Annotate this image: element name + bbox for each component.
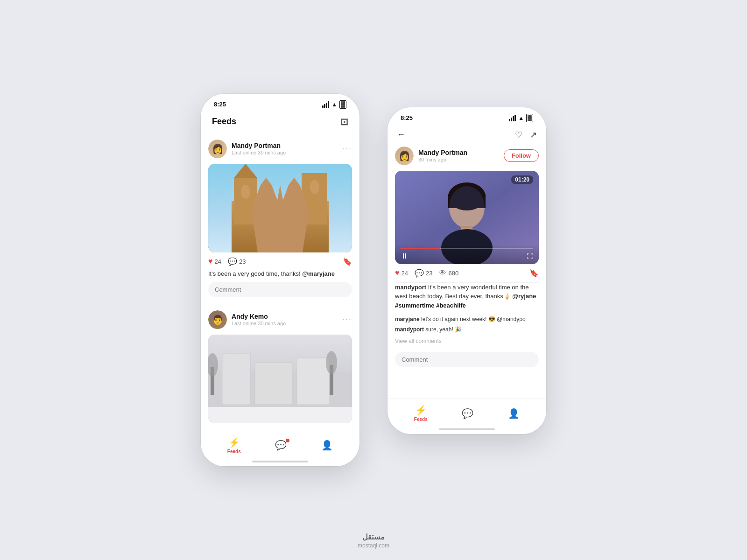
post-header-2: 👨 Andy Kemo Last online 30 mins ago ··· — [208, 305, 352, 335]
svg-rect-12 — [222, 353, 250, 405]
detail-username: Mandy Portman — [418, 149, 499, 156]
message-badge — [286, 439, 289, 442]
watermark: مستقل mostaql.com — [358, 532, 389, 549]
bottom-nav-detail: ⚡ Feeds 💬 👤 — [388, 399, 546, 426]
fullscreen-button[interactable]: ⛶ — [527, 252, 533, 260]
like-count-1: 24 — [215, 258, 221, 265]
pause-button[interactable]: ⏸ — [401, 252, 408, 260]
phone-feeds: 8:25 ▲ ▓ Feeds ⊡ — [201, 94, 359, 466]
comment-action-1[interactable]: 💬 23 — [228, 257, 246, 266]
wifi-icon: ▲ — [331, 101, 337, 108]
winter-svg — [208, 335, 352, 423]
post-caption-1: It's been a very good time, thanks! @mar… — [208, 269, 352, 282]
feeds-nav-label: Feeds — [227, 449, 241, 454]
heart-icon-1: ♥ — [208, 257, 213, 266]
nav-feeds[interactable]: ⚡ Feeds — [227, 437, 241, 454]
camera-icon[interactable]: ⊡ — [340, 116, 348, 127]
wifi-icon-detail: ▲ — [518, 115, 524, 121]
svg-point-6 — [260, 201, 278, 229]
avatar-woman-img: 👩 — [208, 140, 227, 158]
comment-action-detail[interactable]: 💬 23 — [415, 269, 432, 278]
post-username-1: Mandy Portman — [232, 142, 338, 149]
nav-messages[interactable]: 💬 — [275, 440, 287, 451]
comment-input-1[interactable] — [208, 282, 352, 297]
comment-1-text-content: let's do it again next week! 😎 @mandypo — [421, 316, 526, 322]
views-count: 680 — [448, 270, 458, 277]
scene: 8:25 ▲ ▓ Feeds ⊡ — [173, 66, 574, 494]
watermark-latin: mostaql.com — [358, 542, 389, 549]
nav-feeds-detail[interactable]: ⚡ Feeds — [414, 405, 428, 422]
caption-mention-1[interactable]: @maryjane — [302, 270, 335, 277]
heart-icon-detail: ♥ — [395, 269, 400, 277]
progress-bar[interactable] — [401, 248, 533, 249]
svg-rect-19 — [208, 407, 352, 423]
svg-point-18 — [326, 351, 337, 374]
feeds-title: Feeds — [212, 117, 236, 126]
post-username-2: Andy Kemo — [232, 313, 338, 320]
app-content-feeds: Feeds ⊡ 👩 Mandy Portman Last online 30 m… — [201, 112, 359, 431]
bookmark-icon-detail[interactable]: 🔖 — [529, 269, 539, 278]
comment-count-detail: 23 — [426, 270, 432, 277]
post-image-winter — [208, 335, 352, 423]
profile-nav-icon-detail: 👤 — [508, 408, 520, 419]
svg-rect-0 — [208, 164, 352, 252]
detail-header: ← ♡ ↗ — [388, 125, 546, 147]
phone-detail: 8:25 ▲ ▓ ← ♡ ↗ — [388, 107, 546, 434]
nav-messages-detail[interactable]: 💬 — [462, 408, 473, 419]
status-icons: ▲ ▓ — [322, 100, 346, 109]
share-header-icon[interactable]: ↗ — [530, 130, 537, 140]
comment-count-1: 23 — [239, 258, 246, 265]
feeds-header: Feeds ⊡ — [201, 112, 359, 134]
notch-detail — [446, 107, 488, 118]
status-icons-detail: ▲ ▓ — [509, 114, 533, 122]
app-content-detail: ← ♡ ↗ 👩 Mandy Portman 30 mins ago Follow — [388, 125, 546, 399]
cathedral-svg — [208, 164, 352, 252]
nav-profile[interactable]: 👤 — [321, 440, 333, 451]
back-button[interactable]: ← — [397, 130, 405, 140]
nav-profile-detail[interactable]: 👤 — [508, 408, 520, 419]
detail-time: 30 mins ago — [418, 157, 499, 162]
detail-comment-input[interactable] — [395, 352, 539, 367]
svg-rect-13 — [255, 363, 292, 405]
heart-header-icon[interactable]: ♡ — [515, 130, 522, 140]
comments-section: maryjane let's do it again next week! 😎 … — [388, 314, 546, 350]
post-image-cathedral — [208, 164, 352, 252]
views-action-detail: 👁 680 — [439, 269, 458, 277]
feeds-nav-label-detail: Feeds — [414, 417, 428, 422]
avatar-andy: 👨 — [208, 310, 227, 329]
post-more-1[interactable]: ··· — [342, 144, 352, 154]
video-player: 01:20 ⏸ ⛶ — [395, 171, 539, 264]
notch — [259, 94, 301, 104]
comment-icon-detail: 💬 — [415, 269, 424, 278]
video-timer: 01:20 — [511, 175, 533, 184]
avatar-mandy: 👩 — [208, 140, 227, 158]
hashtags[interactable]: #summertime #beachlife — [395, 302, 466, 309]
signal-icon-detail — [509, 115, 516, 121]
feeds-nav-icon: ⚡ — [228, 437, 240, 448]
detail-caption: mandyport It's been a very wonderful tim… — [388, 283, 546, 314]
bottom-nav-feeds: ⚡ Feeds 💬 👤 — [201, 431, 359, 458]
status-time: 8:25 — [214, 101, 226, 108]
post-user-info-2: Andy Kemo Last online 30 mins ago — [232, 313, 338, 326]
follow-button[interactable]: Follow — [504, 149, 539, 162]
post-actions-1: ♥ 24 💬 23 🔖 — [208, 252, 352, 269]
battery-icon: ▓ — [339, 100, 346, 109]
like-action-1[interactable]: ♥ 24 — [208, 257, 221, 266]
progress-fill — [401, 248, 440, 249]
like-action-detail[interactable]: ♥ 24 — [395, 269, 408, 277]
comment-2: mandyport sure, yeah! 🎉 — [395, 326, 539, 334]
bookmark-icon-1[interactable]: 🔖 — [343, 257, 352, 266]
avatar-detail-img: 👩 — [395, 147, 414, 165]
svg-rect-14 — [297, 358, 330, 405]
video-bottom-controls: ⏸ ⛶ — [401, 252, 533, 260]
watermark-arabic: مستقل — [358, 532, 389, 541]
home-indicator — [252, 461, 308, 462]
post-more-2[interactable]: ··· — [342, 315, 352, 324]
caption-mention-detail[interactable]: @ryjane — [512, 293, 536, 300]
view-all-comments[interactable]: View all comments — [395, 336, 539, 348]
detail-user-info: Mandy Portman 30 mins ago — [418, 149, 499, 162]
cathedral-graphic — [208, 164, 352, 252]
avatar-man-img: 👨 — [208, 310, 227, 329]
feeds-nav-icon-detail: ⚡ — [415, 405, 427, 416]
like-count-detail: 24 — [402, 270, 408, 277]
